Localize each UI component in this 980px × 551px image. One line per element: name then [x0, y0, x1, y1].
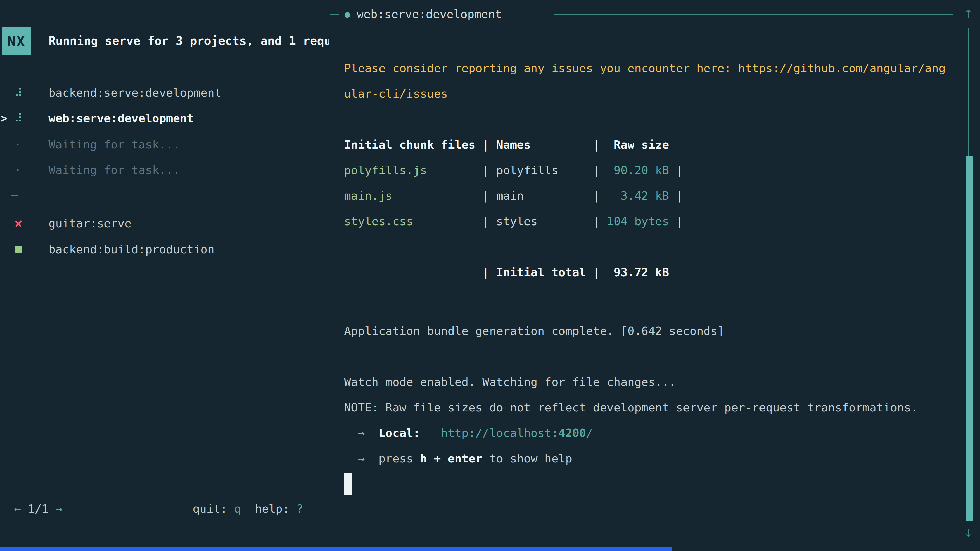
scroll-down-icon[interactable]: ↓ — [964, 525, 973, 539]
local-server-line: → Local: http://localhost:4200/ — [344, 421, 962, 446]
initial-total-row: | Initial total | 93.72 kB — [344, 260, 962, 285]
app-title: Running serve for 3 projects, and 1 requ — [48, 34, 329, 48]
chunk-table-row: main.js | main | 3.42 kB | — [344, 183, 962, 209]
page-indicator: 1/1 — [21, 502, 56, 516]
chunk-file: polyfills.js — [344, 164, 427, 177]
scrollbar-track[interactable] — [968, 27, 970, 157]
scrollbar-thumb[interactable] — [966, 156, 973, 521]
waiting-dot-icon: · — [14, 137, 21, 152]
press-text-post: to show help — [482, 452, 572, 465]
task-item-backend-serve[interactable]: ⠼ backend:serve:development — [0, 85, 330, 101]
nx-tui-window: NX Running serve for 3 projects, and 1 r… — [0, 0, 980, 551]
angular-issues-notice: Please consider reporting any issues you… — [344, 56, 962, 81]
task-label: backend:build:production — [48, 241, 215, 257]
raw-size-note: NOTE: Raw file sizes do not reflect deve… — [344, 395, 962, 421]
panel-border-top — [554, 14, 953, 15]
chunk-name: | styles | — [482, 214, 600, 228]
selection-caret-icon: > — [0, 110, 7, 126]
panel-border-bottom — [330, 534, 953, 534]
nx-logo: NX — [2, 27, 30, 56]
spinner-icon: ⠼ — [14, 85, 23, 101]
page-prev-icon[interactable]: ← — [14, 502, 21, 516]
waiting-dot-icon: · — [14, 162, 21, 178]
page-next-icon[interactable]: → — [56, 502, 62, 516]
task-label: web:serve:development — [48, 110, 194, 126]
terminal-cursor — [344, 473, 352, 495]
scroll-up-icon[interactable]: ↑ — [964, 6, 973, 20]
running-bullet-icon: ● — [345, 9, 350, 19]
pagination: ← 1/1 → — [14, 502, 62, 516]
task-item-web-serve-selected[interactable]: > ⠼ web:serve:development — [0, 110, 330, 126]
press-text: press — [379, 452, 420, 465]
key-combo: h + enter — [420, 452, 482, 465]
panel-title-text: web:serve:development — [357, 7, 502, 21]
chunk-file: styles.css — [344, 214, 413, 228]
angular-issues-notice-wrap: ular-cli/issues — [344, 81, 962, 106]
terminal-output[interactable]: Please consider reporting any issues you… — [344, 56, 962, 497]
panel-border-left — [330, 14, 331, 534]
task-label: backend:serve:development — [48, 85, 221, 101]
help-label: help: — [241, 502, 297, 516]
help-bar: quit: q help: ? — [192, 502, 304, 516]
task-label: Waiting for task... — [48, 162, 180, 178]
failed-x-icon: × — [14, 216, 23, 231]
initial-total-label: | Initial total | — [482, 265, 600, 279]
bundle-complete-message: Application bundle generation complete. … — [344, 318, 962, 344]
chunk-table-row: styles.css | styles | 104 bytes | — [344, 209, 962, 234]
chunk-name: | main | — [482, 189, 600, 203]
sidebar: NX Running serve for 3 projects, and 1 r… — [0, 0, 330, 551]
task-item-backend-build[interactable]: backend:build:production — [0, 241, 330, 257]
task-label: guitar:serve — [48, 216, 131, 231]
watch-mode-message: Watch mode enabled. Watching for file ch… — [344, 369, 962, 395]
chunk-size: 3.42 kB — [600, 189, 669, 203]
task-item-waiting-2[interactable]: · Waiting for task... — [0, 162, 330, 178]
chunk-name: | polyfills | — [482, 164, 600, 177]
panel-title: ● web:serve:development — [345, 6, 502, 22]
help-hint-line: → press h + enter to show help — [344, 446, 962, 472]
chunk-table-header: Initial chunk files | Names | Raw size — [344, 132, 962, 158]
quit-key: q — [234, 502, 241, 516]
local-url[interactable]: http://localhost: — [441, 426, 558, 440]
chunk-table-row: polyfills.js | polyfills | 90.20 kB | — [344, 158, 962, 183]
chunk-size: 104 bytes — [600, 214, 669, 228]
panel-border-top-stub — [330, 14, 339, 15]
tree-corner — [11, 195, 18, 196]
initial-total-value: 93.72 kB — [600, 265, 669, 279]
help-key: ? — [296, 502, 303, 516]
task-item-waiting-1[interactable]: · Waiting for task... — [0, 137, 330, 152]
quit-label: quit: — [192, 502, 234, 516]
local-port[interactable]: 4200 — [558, 426, 586, 440]
local-label: Local: — [379, 426, 420, 440]
success-square-icon — [15, 246, 22, 253]
chunk-file: main.js — [344, 189, 393, 203]
prompt-arrow-icon: → — [344, 426, 365, 440]
task-item-guitar-serve[interactable]: × guitar:serve — [0, 216, 330, 231]
spinner-icon: ⠼ — [14, 110, 23, 126]
prompt-arrow-icon: → — [344, 452, 365, 465]
task-label: Waiting for task... — [48, 137, 180, 152]
cursor-line — [344, 472, 962, 497]
chunk-size: 90.20 kB — [600, 164, 669, 177]
bottom-blue-bar — [0, 547, 672, 551]
